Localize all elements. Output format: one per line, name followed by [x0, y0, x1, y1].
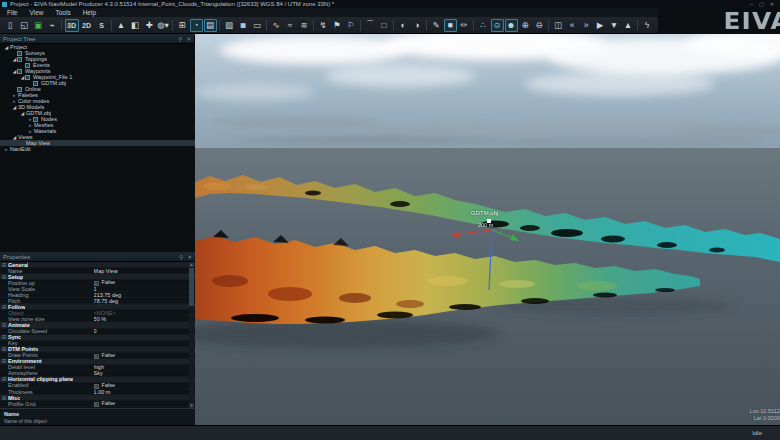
- toolbar-button-shift-up[interactable]: ▲: [622, 19, 635, 32]
- pin-icon[interactable]: ⚲: [179, 252, 183, 262]
- tree-label: GDTM.obj: [40, 80, 66, 86]
- checkbox-checked[interactable]: [25, 75, 30, 80]
- property-value[interactable]: Map View: [94, 268, 195, 274]
- toolbar-button-runline[interactable]: ↯: [317, 19, 330, 32]
- viewport-3d[interactable]: GDTM.obj 200 m 0.000.000.00Lon 10.511256…: [195, 34, 780, 425]
- toolbar-button-waypoint-pin[interactable]: ⚑: [331, 19, 344, 32]
- toolbar-button-edit-lasso[interactable]: ✎: [430, 19, 443, 32]
- checkbox-checked[interactable]: [25, 63, 30, 68]
- toolbar-button-clapper[interactable]: ◫: [552, 19, 565, 32]
- toolbar-button-stop-edit[interactable]: ■: [444, 19, 457, 32]
- property-row[interactable]: Circulate Speed0: [0, 329, 195, 335]
- project-tree: ◢ProjectSurveys◢ToppingsEvents◢Waypoints…: [0, 44, 195, 252]
- coordinate-readout: 0.000.000.00Lon 10.51125612Lat 0.0000000…: [750, 389, 780, 421]
- checkbox-checked[interactable]: [33, 81, 38, 86]
- toolbar-button-profile-s1[interactable]: ϟ: [641, 19, 654, 32]
- checkbox-checked[interactable]: [17, 57, 22, 62]
- property-value[interactable]: 50 %: [94, 316, 195, 322]
- toolbar-button-connect[interactable]: ⌁: [46, 19, 59, 32]
- checkbox-checked[interactable]: [17, 69, 22, 74]
- menu-item-view[interactable]: View: [29, 9, 43, 16]
- toolbar-button-marker-cone[interactable]: ▲: [115, 19, 128, 32]
- property-value[interactable]: 0: [94, 328, 195, 334]
- property-value[interactable]: 78.75 deg: [94, 298, 195, 304]
- property-value[interactable]: ✕False: [94, 400, 195, 407]
- toolbar-button-map-outline[interactable]: ◔: [190, 19, 203, 32]
- close-icon[interactable]: ✕: [187, 252, 192, 262]
- toolbar-button-add-point[interactable]: ⊕: [519, 19, 532, 32]
- eiva-logo-text: EIVA: [723, 8, 780, 34]
- scrollbar-thumb[interactable]: [189, 268, 194, 306]
- checkbox-checked[interactable]: [17, 87, 22, 92]
- property-row[interactable]: NameMap View: [0, 268, 195, 274]
- false-checkbox-icon[interactable]: ✕: [94, 402, 99, 407]
- toolbar-button-rectangle-tool[interactable]: □: [378, 19, 391, 32]
- toolbar-button-seismic-wave-1[interactable]: ∿: [270, 19, 283, 32]
- menu-item-help[interactable]: Help: [83, 9, 96, 16]
- toolbar-button-step-forward[interactable]: »: [580, 19, 593, 32]
- false-checkbox-icon[interactable]: ✕: [94, 354, 99, 359]
- toolbar-button-measure-ruler[interactable]: ▭: [251, 19, 264, 32]
- toolbar-button-view-3d[interactable]: 3D: [65, 19, 79, 32]
- toolbar-separator: [61, 20, 62, 31]
- toolbar-button-smooth-reject[interactable]: ☻: [505, 19, 518, 32]
- toolbar-separator: [172, 20, 173, 31]
- toolbar-button-play[interactable]: ▶: [594, 19, 607, 32]
- property-row[interactable]: Pitch78.75 deg: [0, 298, 195, 304]
- property-row[interactable]: Profile Grid✕False: [0, 401, 195, 407]
- scroll-up-icon[interactable]: ▲: [189, 262, 194, 267]
- toolbar-separator: [219, 20, 220, 31]
- properties-scrollbar[interactable]: ▲ ▼: [189, 262, 194, 408]
- toolbar-button-new-document[interactable]: ▯: [4, 19, 17, 32]
- toolbar-button-view-s[interactable]: S: [95, 19, 109, 32]
- toolbar-button-scatter-points[interactable]: ∴: [477, 19, 490, 32]
- toolbar-button-seismic-wave-3[interactable]: ≋: [298, 19, 311, 32]
- left-panel: Project Tree ⚲ ✕ ◢ProjectSurveys◢Topping…: [0, 34, 195, 425]
- toolbar-button-step-back[interactable]: «: [566, 19, 579, 32]
- property-value[interactable]: ✕False: [94, 352, 195, 359]
- toolbar-separator: [266, 20, 267, 31]
- toolbar-button-view-2d[interactable]: 2D: [80, 19, 94, 32]
- toolbar-button-seismic-wave-2[interactable]: ≈: [284, 19, 297, 32]
- toolbar-button-sphere-shaded-alt[interactable]: ◑: [411, 19, 424, 32]
- app-icon: [2, 2, 7, 7]
- toolbar-button-import-view[interactable]: ◧: [129, 19, 142, 32]
- status-text: Idle: [752, 430, 762, 436]
- tree-row-naviedit[interactable]: ▸NaviEdit: [0, 146, 195, 152]
- property-value[interactable]: 1.00 m: [94, 389, 195, 395]
- property-row[interactable]: Thickness1.00 m: [0, 389, 195, 395]
- window-title: Project - EIVA NaviModel Producer 4.3.0.…: [10, 1, 334, 7]
- checkbox-checked[interactable]: [33, 117, 38, 122]
- property-value[interactable]: Sky: [94, 370, 195, 376]
- menu-item-tools[interactable]: Tools: [55, 9, 70, 16]
- property-description-title: Name: [4, 411, 191, 417]
- project-tree-title: Project Tree: [3, 36, 174, 42]
- toolbar-separator: [473, 20, 474, 31]
- toolbar-button-sphere-shaded[interactable]: ◐: [397, 19, 410, 32]
- toolbar-button-pan-view[interactable]: ✚: [143, 19, 156, 32]
- toolbar-button-brush-tool[interactable]: ✏: [458, 19, 471, 32]
- menu-bar: FileViewToolsHelp: [0, 8, 660, 17]
- application-window: Project - EIVA NaviModel Producer 4.3.0.…: [0, 0, 780, 440]
- toolbar-button-snapshot-camera[interactable]: ◙: [237, 19, 250, 32]
- model-label: GDTM.obj: [471, 210, 498, 216]
- toolbar-button-waypoint-pin-alt[interactable]: ⚐: [345, 19, 358, 32]
- close-icon[interactable]: ✕: [186, 34, 191, 44]
- pin-icon[interactable]: ⚲: [178, 34, 182, 44]
- toolbar-button-shift-down[interactable]: ▼: [608, 19, 621, 32]
- main-toolbar: ▯◱▣⌁3D2DS▲◧✚◍▾⊞◔▤▧◙▭∿≈≋↯⚑⚐⌒□◐◑✎■✏∴☺☻⊕⊖◫«…: [0, 17, 660, 34]
- toolbar-button-smooth-accept[interactable]: ☺: [491, 19, 504, 32]
- toolbar-button-select-area[interactable]: ▧: [223, 19, 236, 32]
- toolbar-button-orbit-view[interactable]: ◍▾: [157, 19, 170, 32]
- checkbox-checked[interactable]: [17, 51, 22, 56]
- toolbar-button-profile-layers[interactable]: ▤: [204, 19, 217, 32]
- toolbar-button-grid[interactable]: ⊞: [176, 19, 189, 32]
- property-label: Profile Grid: [0, 401, 94, 407]
- properties-grid: ⊟GeneralNameMap View⊟SetupPositive up✕Fa…: [0, 262, 195, 408]
- menu-item-file[interactable]: File: [7, 9, 17, 16]
- toolbar-button-curve-tool[interactable]: ⌒: [364, 19, 377, 32]
- toolbar-button-save[interactable]: ▣: [32, 19, 45, 32]
- toolbar-button-remove-point[interactable]: ⊖: [533, 19, 546, 32]
- toolbar-button-open-project[interactable]: ◱: [18, 19, 31, 32]
- toolbar-separator: [360, 20, 361, 31]
